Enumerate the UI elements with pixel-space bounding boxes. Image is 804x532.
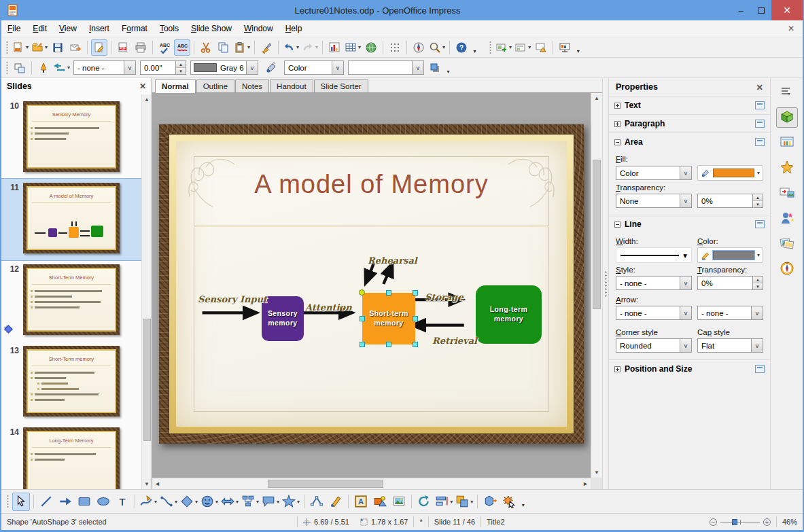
help-icon[interactable]: ? [453, 39, 470, 56]
close-button[interactable]: ✕ [771, 0, 803, 20]
zoom-in-icon[interactable]: + [763, 518, 771, 526]
arrange-icon[interactable]: ▾ [455, 493, 474, 511]
callouts-icon[interactable]: ▾ [261, 493, 280, 511]
zoom-out-icon[interactable]: − [710, 518, 717, 526]
from-file-icon[interactable] [371, 493, 389, 511]
navigator-icon[interactable] [410, 39, 427, 56]
zoom-slider[interactable] [732, 519, 737, 525]
horizontal-scrollbar[interactable]: ◄ ► [152, 478, 591, 489]
line-color-picker[interactable]: ▾ [697, 247, 763, 263]
ellipse-icon[interactable] [94, 493, 112, 511]
line-style-select[interactable]: - none -v [616, 276, 692, 290]
open-icon[interactable]: ▾ [31, 39, 48, 56]
fill-type-select[interactable]: Colorv [284, 60, 344, 75]
connector-icon[interactable]: ▾ [159, 493, 178, 511]
table-icon[interactable]: ▾ [344, 39, 362, 56]
menu-view[interactable]: View [53, 21, 83, 36]
collapse-icon[interactable] [614, 139, 621, 145]
scroll-up-icon[interactable]: ▲ [591, 93, 602, 103]
text-icon[interactable]: T [113, 493, 131, 511]
attention-label[interactable]: Attention [305, 302, 352, 313]
dialog-launcher-icon[interactable] [755, 101, 765, 109]
close-document-icon[interactable]: ✕ [780, 22, 803, 35]
scroll-down-icon[interactable]: ▼ [591, 467, 602, 478]
print-icon[interactable] [133, 39, 149, 56]
arrow-icon[interactable] [56, 493, 74, 511]
storage-label[interactable]: Storage [425, 292, 464, 302]
dialog-launcher-icon[interactable] [755, 365, 765, 373]
flowchart-icon[interactable]: ▾ [241, 493, 260, 511]
scroll-right-icon[interactable]: ► [580, 478, 591, 489]
cut-icon[interactable] [198, 39, 214, 56]
menu-file[interactable]: File [1, 21, 27, 36]
stars-icon[interactable]: ▾ [281, 493, 300, 511]
sidebar-tab-slide-transition-icon[interactable] [776, 183, 798, 203]
tab-outline[interactable]: Outline [196, 79, 234, 92]
glue-points-icon[interactable] [327, 493, 345, 511]
slide-thumbnail-13[interactable]: 13Short-Term memory [1, 342, 141, 423]
new-slide-icon[interactable]: ▾ [495, 39, 512, 56]
grid-icon[interactable] [387, 39, 403, 56]
fill-can-icon[interactable] [263, 60, 279, 76]
arrow-style-icon[interactable]: ▾ [53, 60, 71, 76]
sensory-input-label[interactable]: Sensory Input [198, 294, 267, 304]
paste-icon[interactable]: ▾ [233, 39, 251, 56]
tab-notes[interactable]: Notes [235, 79, 269, 92]
dialog-launcher-icon[interactable] [755, 220, 765, 228]
toolbar-overflow[interactable]: ▾ [519, 493, 527, 510]
sensory-memory-box[interactable]: Sensory memory [262, 296, 304, 341]
shadow-icon[interactable] [427, 60, 443, 76]
tab-slide-sorter[interactable]: Slide Sorter [314, 79, 368, 92]
adjust-handle[interactable] [359, 289, 365, 296]
edit-points-icon[interactable] [308, 493, 326, 511]
selection-handle[interactable] [386, 290, 391, 296]
slide-show-icon[interactable] [557, 39, 573, 56]
menu-window[interactable]: Window [238, 21, 279, 36]
sidebar-splitter[interactable] [602, 78, 609, 489]
menu-edit[interactable]: Edit [27, 21, 53, 36]
line-color-select[interactable]: Gray 6v [190, 60, 258, 75]
basic-shapes-icon[interactable]: ▾ [179, 493, 198, 511]
curve-icon[interactable]: ▾ [139, 493, 158, 511]
auto-spellcheck-icon[interactable]: ABC [174, 39, 190, 56]
area-transparency-select[interactable]: Nonev [616, 194, 692, 208]
extrusion-icon[interactable] [481, 493, 499, 511]
expand-icon[interactable] [614, 121, 621, 127]
area-transparency-spinner[interactable]: 0%▲▼ [697, 194, 763, 208]
toolbar-overflow[interactable]: ▾ [574, 39, 582, 56]
scrollbar-thumb[interactable] [143, 319, 151, 441]
menu-insert[interactable]: Insert [83, 21, 116, 36]
symbol-shapes-icon[interactable]: ▾ [200, 493, 219, 511]
arrow-start-select[interactable]: - none -v [616, 306, 692, 320]
slide-thumbnail-14[interactable]: 14Long-Term Memory [1, 423, 141, 489]
cap-style-select[interactable]: Flatv [697, 338, 763, 353]
slide-canvas[interactable]: A model of Memory [159, 124, 584, 444]
long-term-memory-box[interactable]: Long-term memory [476, 285, 542, 344]
short-term-memory-box[interactable]: Short-term memory [362, 293, 415, 344]
area-fill-type-select[interactable]: Colorv [616, 166, 692, 180]
arrow-end-select[interactable]: - none -v [697, 306, 763, 320]
slides-panel-close-icon[interactable]: ✕ [139, 82, 146, 91]
scroll-left-icon[interactable]: ◄ [152, 478, 162, 489]
sidebar-tab-navigator-icon[interactable]: N [776, 258, 798, 279]
scrollbar-thumb[interactable] [593, 160, 601, 309]
selection-handle[interactable] [360, 316, 365, 321]
toolbar-grip[interactable] [5, 495, 10, 508]
clone-formatting-icon[interactable] [258, 39, 275, 56]
menu-slide-show[interactable]: Slide Show [185, 21, 238, 36]
selection-handle[interactable] [413, 290, 418, 296]
export-pdf-icon[interactable]: PDF [115, 39, 131, 56]
rotate-icon[interactable] [415, 493, 433, 511]
hyperlink-icon[interactable] [363, 39, 379, 56]
position-size-icon[interactable] [12, 60, 28, 76]
toolbar-grip[interactable] [5, 61, 9, 75]
rectangle-icon[interactable] [75, 493, 93, 511]
expand-icon[interactable] [614, 366, 621, 372]
line-width-spinner[interactable]: 0.00"▲▼ [140, 60, 186, 75]
new-doc-icon[interactable]: ▾ [12, 39, 29, 56]
sidebar-tab-master-pages-icon[interactable] [776, 132, 798, 153]
slides-panel-scrollbar[interactable]: ▲ ▼ [141, 94, 152, 489]
interaction-icon[interactable] [500, 493, 518, 511]
slide-thumbnail-11[interactable]: 11A model of Memory [1, 179, 141, 260]
collapse-icon[interactable] [614, 221, 621, 228]
